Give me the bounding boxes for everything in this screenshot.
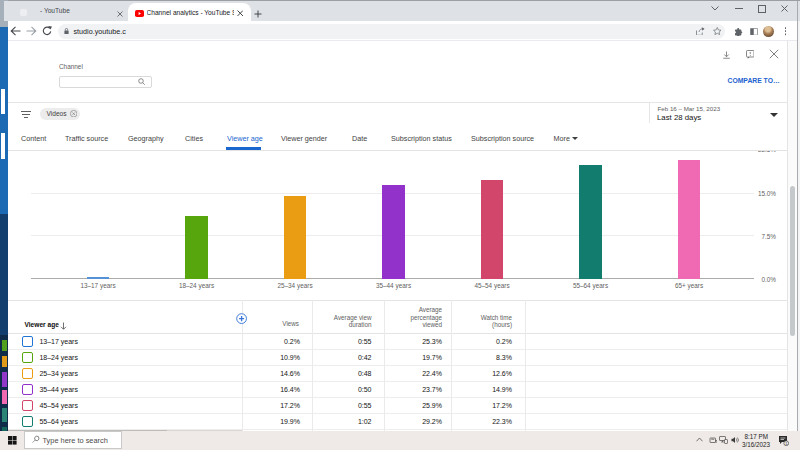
svg-text:1: 1 <box>785 442 787 446</box>
